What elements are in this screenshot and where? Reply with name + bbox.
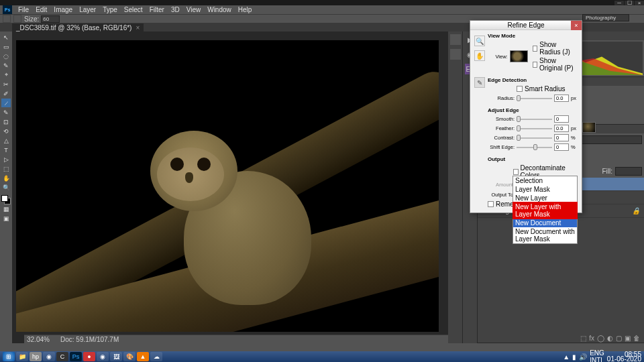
brush-size-field[interactable]: 60 (41, 15, 60, 23)
refine-brush-icon[interactable]: ✎ (474, 77, 485, 88)
crop-tool[interactable]: ⌖ (1, 70, 11, 79)
hp-icon[interactable]: hp (30, 352, 42, 361)
link-icon[interactable]: ⬚ (580, 335, 586, 342)
menu-window[interactable]: Window (204, 6, 235, 13)
trash-icon[interactable]: 🗑 (633, 335, 640, 342)
shift-field[interactable]: 0 (554, 143, 569, 151)
dodge-tool[interactable]: ⟲ (1, 127, 11, 135)
mask-icon[interactable]: ◯ (597, 335, 604, 342)
shift-slider[interactable] (517, 144, 552, 150)
smart-radius-checkbox[interactable] (517, 86, 523, 92)
tab-close-icon[interactable]: × (136, 24, 140, 32)
document-tab[interactable]: _DSC3859.tif @ 32% (Base, RGB/16*) × (12, 23, 144, 32)
stamp-tool[interactable]: ✎ (1, 108, 11, 117)
smooth-slider[interactable] (517, 116, 552, 122)
menu-filter[interactable]: Filter (146, 6, 168, 13)
adj-layer-icon[interactable]: ◐ (607, 335, 613, 342)
output-to-dropdown-list: Selection Layer Mask New Layer New Layer… (513, 176, 578, 244)
group-icon[interactable]: ▢ (616, 335, 622, 342)
workspace-switcher[interactable]: Photography (582, 14, 629, 21)
shape-tool[interactable]: ⬚ (1, 164, 11, 173)
fill-field[interactable] (615, 167, 642, 176)
smooth-field[interactable]: 0 (554, 115, 569, 123)
marquee-tool[interactable]: ▭ (1, 42, 11, 51)
feather-slider[interactable] (517, 125, 552, 131)
dropdown-option[interactable]: New Document (513, 219, 577, 227)
window-minimize[interactable]: ─ (614, 1, 624, 5)
window-maximize[interactable]: ☐ (625, 1, 634, 5)
app-icon[interactable]: 🖼 (110, 352, 122, 361)
fx-icon[interactable]: fx (589, 335, 594, 342)
hand-tool-icon[interactable]: ✋ (474, 50, 485, 61)
menu-view[interactable]: View (183, 6, 205, 13)
contrast-slider[interactable] (517, 135, 552, 141)
dropdown-option[interactable]: New Layer with Layer Mask (513, 202, 577, 219)
lasso-tool[interactable]: ◌ (1, 52, 11, 60)
hand-tool[interactable]: ✋ (1, 174, 11, 182)
eyedropper-tool[interactable]: ✂ (1, 80, 11, 88)
zoom-tool-icon[interactable]: 🔍 (474, 36, 485, 46)
brush-tip-icon[interactable] (13, 15, 21, 23)
zoom-level[interactable]: 32.04% (27, 336, 54, 343)
feather-field[interactable]: 0.0 (554, 125, 569, 132)
network-icon[interactable]: ▮ (572, 353, 576, 361)
healing-tool[interactable]: ✐ (1, 89, 11, 98)
quick-select-tool[interactable]: ✎ (1, 61, 11, 70)
doc-info[interactable]: Doc: 59.1M/107.7M (60, 336, 119, 343)
app-icon[interactable]: C (56, 352, 68, 361)
history-icon[interactable] (450, 34, 461, 45)
menu-image[interactable]: Image (50, 6, 76, 13)
layer-thumb[interactable] (582, 122, 596, 133)
contrast-field[interactable]: 0 (554, 134, 569, 141)
color-swatches[interactable] (1, 195, 11, 204)
dialog-close-button[interactable]: × (571, 21, 582, 30)
type-tool[interactable]: T (1, 145, 11, 154)
pen-tool[interactable]: △ (1, 136, 11, 145)
gradient-tool[interactable]: ⊡ (1, 117, 11, 126)
clock[interactable]: 08:5501-06-2020 (607, 352, 641, 361)
menu-edit[interactable]: Edit (32, 6, 50, 13)
dialog-titlebar[interactable]: Refine Edge × (470, 21, 582, 30)
new-layer-icon[interactable]: ▣ (625, 335, 631, 342)
app-icon[interactable]: 🎨 (123, 352, 136, 361)
sound-icon[interactable]: 🔊 (579, 353, 587, 361)
brush-preset-icon[interactable] (3, 15, 11, 23)
menu-select[interactable]: Select (121, 6, 146, 13)
show-radius-checkbox[interactable] (533, 46, 537, 52)
dropdown-option[interactable]: Layer Mask (513, 185, 577, 194)
explorer-icon[interactable]: 📁 (16, 352, 28, 361)
window-close[interactable]: × (635, 1, 644, 5)
brush-tool[interactable]: ⟋ (1, 99, 11, 107)
start-button[interactable]: ⊞ (3, 352, 15, 361)
menu-layer[interactable]: Layer (76, 6, 99, 13)
actions-icon[interactable] (450, 49, 461, 60)
move-tool[interactable]: ↖ (1, 33, 11, 42)
app-icon[interactable]: ☁ (150, 352, 162, 361)
dropdown-option[interactable]: Selection (513, 176, 577, 185)
menu-file[interactable]: File (15, 6, 32, 13)
lang-indicator[interactable]: ENGINTL (590, 349, 604, 362)
decontaminate-checkbox[interactable] (513, 169, 519, 175)
mask-mode-icon[interactable]: ▦ (1, 204, 11, 213)
vlc-icon[interactable]: ▲ (137, 352, 149, 361)
app-icon[interactable]: ● (83, 352, 95, 361)
remember-checkbox[interactable] (488, 201, 494, 207)
view-preview-thumb[interactable] (510, 50, 528, 62)
app-icon[interactable]: ◉ (43, 352, 55, 361)
document-canvas[interactable] (16, 40, 439, 332)
dropdown-option[interactable]: New Layer (513, 194, 577, 202)
show-original-checkbox[interactable] (533, 62, 537, 68)
screen-mode-icon[interactable]: ▣ (1, 214, 11, 223)
menu-help[interactable]: Help (235, 6, 256, 13)
menu-3d[interactable]: 3D (168, 6, 183, 13)
radius-field[interactable]: 0.0 (554, 95, 569, 102)
dropdown-option[interactable]: New Document with Layer Mask (513, 227, 577, 243)
photoshop-taskbar-icon[interactable]: Ps (70, 352, 82, 361)
menu-type[interactable]: Type (99, 6, 121, 13)
tray-arrow-icon[interactable]: ▲ (563, 353, 570, 361)
path-tool[interactable]: ▷ (1, 155, 11, 164)
radius-slider[interactable] (517, 95, 552, 101)
chrome-icon[interactable]: ◉ (97, 352, 109, 361)
fg-color[interactable] (1, 195, 8, 202)
zoom-tool[interactable]: 🔍 (1, 183, 11, 192)
